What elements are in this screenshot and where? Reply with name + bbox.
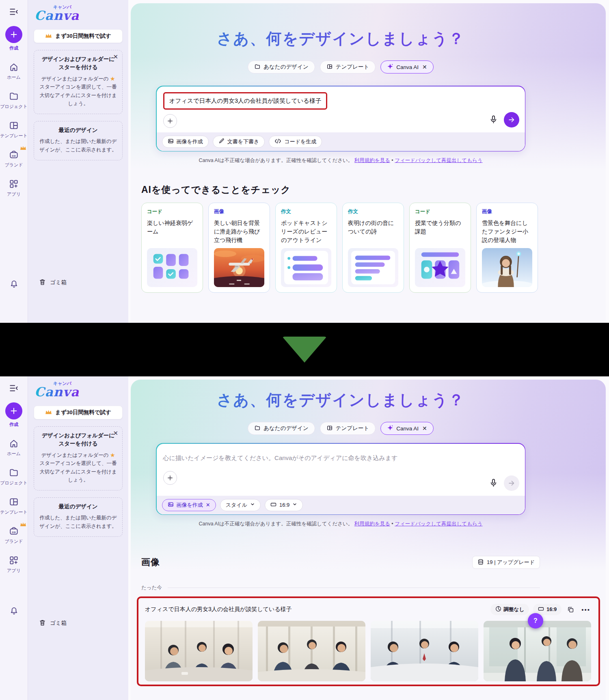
star-tip-card: ✕ デザインおよびフォルダーにスターを付ける デザインまたはフォルダーの ★ ス…: [34, 426, 123, 490]
adjust-chip[interactable]: 調整なし: [490, 604, 529, 615]
terms-link[interactable]: 利用規約を見る: [354, 521, 390, 527]
generated-image-3[interactable]: [371, 621, 478, 681]
add-attachment-button[interactable]: [163, 471, 177, 485]
tab-canva-ai[interactable]: Canva AI ✕: [380, 422, 434, 435]
generated-image-1[interactable]: [145, 621, 253, 681]
canva-logo-wordmark: Canva: [35, 8, 79, 23]
generated-image-4[interactable]: [484, 621, 591, 681]
generated-image-2[interactable]: [258, 621, 365, 681]
collapse-menu-icon[interactable]: [9, 383, 19, 393]
secondary-sidebar: キャンバ Canva まず30日間無料で試す ✕ デザインおよびフォルダーにスタ…: [28, 376, 128, 700]
draft-doc-chip[interactable]: 文書を下書き: [213, 136, 265, 148]
star-tip-body: デザインまたはフォルダーの ★ スターアイコンを選択して、一番大切なアイテムにス…: [38, 451, 118, 485]
star-tip-card: ✕ デザインおよびフォルダーにスターを付ける デザインまたはフォルダーの ★ ス…: [34, 50, 123, 114]
sidebar-item-projects[interactable]: プロジェクト: [0, 467, 28, 486]
canva-logo[interactable]: キャンバ Canva: [35, 4, 79, 24]
example-card-airplane[interactable]: 画像 美しい朝日を背景に滑走路から飛び立つ飛行機: [208, 203, 270, 293]
aspect-ratio-dropdown[interactable]: 16:9: [265, 499, 303, 511]
tab-your-designs[interactable]: あなたのデザイン: [248, 422, 315, 435]
feedback-link[interactable]: フィードバックして再提出してもらう: [395, 158, 482, 163]
template-icon: [326, 63, 333, 71]
help-button[interactable]: ?: [528, 613, 543, 629]
divider: [168, 588, 540, 588]
close-icon[interactable]: ✕: [113, 430, 118, 436]
terms-link[interactable]: 利用規約を見る: [354, 158, 390, 163]
template-icon: [326, 425, 333, 432]
tab-templates[interactable]: テンプレート: [320, 422, 376, 435]
more-options-icon[interactable]: •••: [580, 606, 592, 613]
create-image-chip[interactable]: 画像を作成: [162, 136, 209, 148]
send-button[interactable]: [504, 475, 519, 491]
notifications-bell-icon[interactable]: [9, 605, 19, 616]
create-button[interactable]: 作成: [5, 26, 22, 51]
example-card-dawn-poem[interactable]: 作文 夜明けの街の音についての詩: [342, 203, 404, 293]
folder-icon: [254, 63, 261, 71]
ai-example-cards: コード 楽しい神経衰弱ゲーム: [141, 203, 551, 293]
canva-logo-wordmark: Canva: [35, 385, 79, 399]
star-icon: ★: [110, 76, 115, 82]
sidebar-item-home[interactable]: ホーム: [7, 62, 21, 80]
credits-upgrade-button[interactable]: 19 | アップグレード: [472, 556, 540, 569]
close-icon[interactable]: ✕: [422, 425, 427, 432]
example-card-fantasy-character[interactable]: 画像 雪景色を舞台にしたファンタジー小説の登場人物: [476, 203, 538, 293]
create-button[interactable]: 作成: [5, 402, 22, 428]
sidebar-item-brand[interactable]: co ブランド: [4, 149, 23, 168]
collapse-menu-icon[interactable]: [9, 6, 19, 17]
sidebar-item-templates[interactable]: テンプレート: [0, 120, 27, 139]
apps-icon: [9, 179, 19, 189]
tab-canva-ai[interactable]: Canva AI ✕: [380, 60, 434, 73]
microphone-icon[interactable]: [489, 115, 498, 124]
close-icon[interactable]: ✕: [113, 54, 118, 60]
image-icon: [168, 138, 174, 145]
free-trial-button[interactable]: まず30日間無料で試す: [34, 29, 123, 43]
folder-icon: [9, 467, 19, 478]
result-prompt-text: オフィスで日本人の男女3人の会社員が談笑している様子: [145, 606, 292, 613]
notifications-bell-icon[interactable]: [9, 279, 19, 289]
screen-before: 作成 ホーム プロジェクト テンプレート co ブランド アプリ: [0, 0, 609, 323]
ratio-icon: [538, 606, 544, 613]
folder-icon: [254, 425, 261, 432]
home-icon: [9, 438, 19, 449]
example-card-memory-game[interactable]: コード 楽しい神経衰弱ゲーム: [141, 203, 203, 293]
copy-icon[interactable]: [566, 606, 576, 614]
trash-button[interactable]: ゴミ箱: [34, 278, 123, 287]
brand-icon: co: [9, 526, 19, 536]
sidebar-item-apps[interactable]: アプリ: [7, 555, 21, 574]
tab-your-designs[interactable]: あなたのデザイン: [248, 60, 315, 73]
timestamp: たった今: [141, 584, 162, 591]
style-dropdown[interactable]: スタイル: [220, 499, 261, 511]
generate-code-chip[interactable]: コードを生成: [269, 136, 322, 148]
trash-icon: [39, 278, 46, 287]
tab-templates[interactable]: テンプレート: [320, 60, 376, 73]
trash-button[interactable]: ゴミ箱: [34, 619, 123, 628]
timestamp-row: たった今: [141, 584, 540, 591]
free-trial-button[interactable]: まず30日間無料で試す: [34, 406, 123, 419]
ai-examples-heading: AIを使ってできることをチェック: [141, 184, 551, 196]
sidebar-item-templates[interactable]: テンプレート: [0, 497, 27, 515]
annotation-result-rect: オフィスで日本人の男女3人の会社員が談笑している様子 調整なし 16:9: [137, 596, 600, 686]
screen-after: 作成 ホーム プロジェクト テンプレート co ブランド アプリ: [0, 376, 609, 700]
microphone-icon[interactable]: [489, 478, 498, 488]
feedback-link[interactable]: フィードバックして再提出してもらう: [395, 521, 482, 527]
canva-before-after-page: 作成 ホーム プロジェクト テンプレート co ブランド アプリ: [0, 0, 609, 700]
plus-icon: [5, 402, 22, 419]
add-attachment-button[interactable]: [163, 114, 177, 128]
prompt-input-area[interactable]: 心に描いたイメージを教えてください。Canvaがそのアイディアに命を吹き込みます: [157, 444, 525, 496]
sidebar-item-apps[interactable]: アプリ: [7, 179, 21, 197]
create-image-selected-chip[interactable]: 画像を作成 ✕: [162, 499, 216, 511]
prompt-input-area[interactable]: オフィスで日本人の男女3人の会社員が談笑している様子: [157, 86, 525, 132]
example-card-podcast-outline[interactable]: 作文 ポッドキャストシリーズのレビューのアウトライン: [275, 203, 337, 293]
canva-logo[interactable]: キャンバ Canva: [35, 380, 79, 400]
down-arrow-icon: [282, 337, 327, 363]
close-icon[interactable]: ✕: [422, 64, 427, 70]
sidebar-item-projects[interactable]: プロジェクト: [0, 91, 28, 110]
sidebar-item-brand[interactable]: co ブランド: [4, 526, 23, 544]
icon-rail: 作成 ホーム プロジェクト テンプレート co ブランド アプリ: [0, 0, 28, 323]
images-section-heading: 画像: [141, 556, 160, 568]
send-button[interactable]: [504, 112, 519, 127]
sidebar-item-home[interactable]: ホーム: [7, 438, 21, 457]
example-card-class-assignment[interactable]: コード 授業で使う分類の課題: [409, 203, 471, 293]
close-icon[interactable]: ✕: [206, 502, 210, 508]
crown-icon: [20, 145, 26, 150]
tiles-art: [147, 248, 197, 287]
